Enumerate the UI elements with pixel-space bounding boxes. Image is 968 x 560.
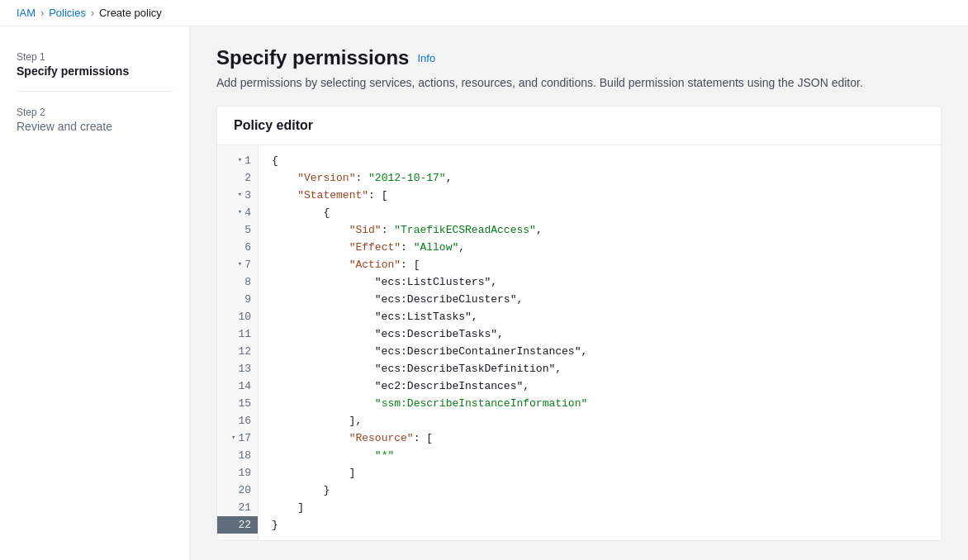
line-number-8: 8	[217, 273, 258, 291]
step2-title: Review and create	[17, 120, 173, 133]
line-number-2: 2	[217, 169, 258, 187]
fold-arrow-17[interactable]: ▾	[231, 429, 235, 447]
step1-title: Specify permissions	[17, 64, 173, 78]
page-title-row: Specify permissions Info	[216, 46, 942, 69]
code-line-11: "ecs:DescribeTasks",	[272, 325, 928, 343]
layout: Step 1 Specify permissions Step 2 Review…	[0, 26, 968, 560]
code-line-1: {	[272, 152, 928, 169]
line-number-1: ▾1	[217, 152, 258, 169]
code-line-13: "ecs:DescribeTaskDefinition",	[272, 360, 928, 377]
sidebar-divider	[17, 91, 173, 92]
code-line-8: "ecs:ListClusters",	[272, 273, 928, 291]
line-numbers: ▾12▾3▾456▾78910111213141516▾171819202122	[217, 145, 259, 540]
breadcrumb-sep-1: ›	[40, 7, 44, 19]
line-number-9: 9	[217, 291, 258, 308]
line-number-17: ▾17	[217, 429, 258, 447]
fold-arrow-1[interactable]: ▾	[238, 152, 242, 169]
line-number-10: 10	[217, 308, 258, 325]
breadcrumb-current: Create policy	[99, 7, 162, 19]
line-number-19: 19	[217, 464, 258, 482]
step2-label: Step 2	[17, 107, 173, 118]
line-number-14: 14	[217, 377, 258, 395]
code-line-7: "Action": [	[272, 256, 928, 273]
code-line-2: "Version": "2012-10-17",	[272, 169, 928, 187]
line-number-4: ▾4	[217, 204, 258, 221]
sidebar: Step 1 Specify permissions Step 2 Review…	[0, 26, 190, 560]
code-line-10: "ecs:ListTasks",	[272, 308, 928, 325]
line-number-22: 22	[217, 516, 258, 534]
sidebar-step-2: Step 2 Review and create	[0, 102, 189, 143]
code-line-20: }	[272, 482, 928, 499]
page-title: Specify permissions	[216, 46, 409, 69]
breadcrumb: IAM › Policies › Create policy	[0, 0, 968, 26]
code-line-6: "Effect": "Allow",	[272, 239, 928, 256]
code-line-18: "*"	[272, 447, 928, 464]
code-line-19: ]	[272, 464, 928, 482]
code-line-9: "ecs:DescribeClusters",	[272, 291, 928, 308]
line-number-21: 21	[217, 499, 258, 516]
code-line-3: "Statement": [	[272, 187, 928, 204]
code-line-17: "Resource": [	[272, 429, 928, 447]
editor-card: Policy editor ▾12▾3▾456▾7891011121314151…	[216, 106, 942, 541]
line-number-12: 12	[217, 343, 258, 360]
code-line-21: ]	[272, 499, 928, 516]
editor-header: Policy editor	[217, 107, 941, 145]
line-number-3: ▾3	[217, 187, 258, 204]
line-number-11: 11	[217, 325, 258, 343]
breadcrumb-policies[interactable]: Policies	[49, 7, 86, 19]
line-number-13: 13	[217, 360, 258, 377]
code-line-15: "ssm:DescribeInstanceInformation"	[272, 395, 928, 412]
code-line-22: }	[272, 516, 928, 534]
sidebar-step-1: Step 1 Specify permissions	[0, 46, 189, 88]
line-number-6: 6	[217, 239, 258, 256]
line-number-20: 20	[217, 482, 258, 499]
code-line-4: {	[272, 204, 928, 221]
breadcrumb-iam[interactable]: IAM	[17, 7, 36, 19]
fold-arrow-4[interactable]: ▾	[238, 204, 242, 221]
line-number-15: 15	[217, 395, 258, 412]
code-line-14: "ec2:DescribeInstances",	[272, 377, 928, 395]
code-editor[interactable]: ▾12▾3▾456▾78910111213141516▾171819202122…	[217, 145, 941, 540]
page-description: Add permissions by selecting services, a…	[216, 76, 942, 89]
info-link[interactable]: Info	[417, 52, 435, 64]
line-number-18: 18	[217, 447, 258, 464]
code-line-16: ],	[272, 412, 928, 429]
breadcrumb-sep-2: ›	[91, 7, 94, 19]
code-content[interactable]: { "Version": "2012-10-17", "Statement": …	[259, 145, 941, 540]
line-number-7: ▾7	[217, 256, 258, 273]
code-line-5: "Sid": "TraefikECSReadAccess",	[272, 221, 928, 239]
fold-arrow-3[interactable]: ▾	[238, 187, 242, 204]
main-content: Specify permissions Info Add permissions…	[190, 26, 968, 560]
fold-arrow-7[interactable]: ▾	[238, 256, 242, 273]
code-line-12: "ecs:DescribeContainerInstances",	[272, 343, 928, 360]
line-number-16: 16	[217, 412, 258, 429]
step1-label: Step 1	[17, 51, 173, 63]
line-number-5: 5	[217, 221, 258, 239]
